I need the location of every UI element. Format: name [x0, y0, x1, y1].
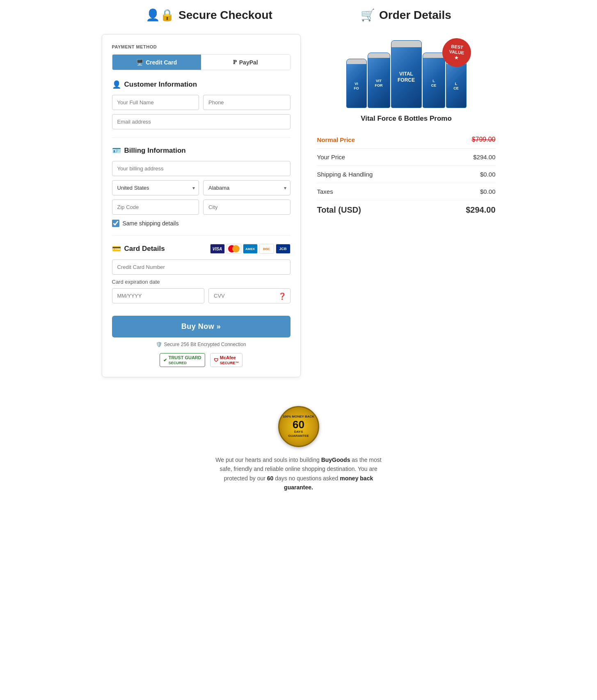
footer-text: We put our hearts and souls into buildin…	[213, 455, 385, 492]
cvv-help-icon[interactable]: ❓	[278, 292, 286, 300]
shipping-row: Shipping & Handling $0.00	[317, 166, 496, 183]
your-price-row: Your Price $294.00	[317, 149, 496, 166]
cvv-wrapper: ❓	[208, 288, 290, 303]
badge-days-label: DAYS	[294, 430, 303, 434]
normal-price-row: Normal Price $799.00	[317, 131, 496, 149]
credit-card-icon: 🖥️	[136, 59, 143, 66]
card-section-heading: 💳 Card Details	[112, 244, 165, 253]
badge-bottom-text: GUARANTEE	[288, 434, 309, 438]
mcafee-icon: 🛡	[214, 358, 218, 363]
right-header: 🛒 Order Details	[361, 8, 451, 22]
taxes-label: Taxes	[317, 188, 333, 195]
lock-icon: 👤🔒	[146, 8, 174, 22]
secured-badge-label: TRUST GUARDSECURED	[169, 355, 201, 365]
shield-check-icon: ✔	[163, 358, 167, 363]
country-select[interactable]: United States Canada United Kingdom Aust…	[112, 180, 199, 195]
bottle-3-main: VITALFORCE	[391, 40, 422, 108]
zip-input[interactable]	[112, 200, 199, 215]
email-row	[112, 114, 290, 129]
footer-text-1: We put our hearts and souls into buildin…	[215, 457, 321, 463]
shield-icon: 🛡️	[156, 342, 162, 347]
same-shipping-checkbox[interactable]	[112, 220, 119, 227]
badge-outer: 100% MONEY BACK 60 DAYS GUARANTEE	[278, 406, 319, 447]
price-table: Normal Price $799.00 Your Price $294.00 …	[317, 131, 496, 220]
bottle-2: VITFOR	[368, 53, 390, 108]
bottle-1: VIFO	[346, 59, 367, 108]
your-price-value: $294.00	[473, 154, 495, 161]
order-details-title: Order Details	[379, 9, 451, 22]
taxes-value: $0.00	[480, 188, 496, 195]
billing-section-label: Billing Information	[124, 147, 186, 155]
mcafee-badge-label: McAfeeSECURE™	[220, 355, 239, 365]
footer-days-ref: 60	[267, 475, 274, 482]
same-shipping-label: Same shipping details	[123, 220, 179, 227]
country-state-row: United States Canada United Kingdom Aust…	[112, 180, 290, 195]
order-panel: VIFO VITFOR VITALFORCE LCE	[317, 34, 496, 220]
total-label: Total (USD)	[317, 205, 361, 215]
bottle-4: LCE	[423, 53, 445, 108]
payment-method-label: PAYMENT METHOD	[112, 44, 290, 49]
mcafee-badge: 🛡 McAfeeSECURE™	[210, 353, 243, 367]
phone-input[interactable]	[203, 95, 290, 110]
paypal-tab-label: PayPal	[239, 59, 258, 66]
card-section-label: Card Details	[124, 245, 165, 253]
footer-brand: BuyGoods	[321, 457, 350, 463]
footer-section: 100% MONEY BACK 60 DAYS GUARANTEE We put…	[102, 398, 496, 500]
badge-days: 60	[293, 419, 304, 430]
mastercard-icon	[226, 244, 241, 254]
name-phone-row	[112, 95, 290, 110]
zip-city-row	[112, 200, 290, 215]
secure-checkout-title: Secure Checkout	[178, 9, 272, 22]
normal-price-label: Normal Price	[317, 136, 355, 143]
credit-card-tab-label: Credit Card	[146, 59, 177, 66]
card-number-input[interactable]	[112, 259, 290, 275]
billing-section-heading: 🪪 Billing Information	[112, 146, 290, 155]
cart-icon: 🛒	[361, 8, 375, 22]
card-details-header: 💳 Card Details VISA AMEX DISC JCB	[112, 244, 290, 254]
expiry-label: Card expiration date	[112, 279, 290, 285]
visa-icon: VISA	[210, 244, 225, 254]
discover-icon: DISC	[259, 244, 274, 254]
credit-card-tab[interactable]: 🖥️ Credit Card	[112, 55, 201, 70]
billing-address-input[interactable]	[112, 161, 290, 176]
billing-icon: 🪪	[112, 146, 121, 155]
state-select[interactable]: Alabama Alaska Arizona California Florid…	[203, 180, 290, 195]
customer-icon: 👤	[112, 80, 121, 89]
customer-section-heading: 👤 Customer Information	[112, 80, 290, 89]
full-name-input[interactable]	[112, 95, 199, 110]
normal-price-value: $799.00	[472, 136, 496, 143]
left-header: 👤🔒 Secure Checkout	[146, 8, 272, 22]
secure-note-text: Secure 256 Bit Encrypted Connection	[164, 342, 246, 347]
total-value: $294.00	[466, 205, 495, 215]
jcb-icon: JCB	[276, 244, 290, 254]
buy-now-button[interactable]: Buy Now »	[112, 316, 290, 337]
card-number-row	[112, 259, 290, 275]
secure-note: 🛡️ Secure 256 Bit Encrypted Connection	[112, 342, 290, 347]
card-icon: 💳	[112, 244, 121, 253]
billing-address-row	[112, 161, 290, 176]
secured-badge: ✔ TRUST GUARDSECURED	[160, 353, 205, 367]
country-select-wrapper: United States Canada United Kingdom Aust…	[112, 180, 199, 195]
paypal-icon: 𝐏	[233, 59, 237, 66]
shipping-value: $0.00	[480, 171, 496, 178]
email-input[interactable]	[112, 114, 290, 129]
amex-icon: AMEX	[243, 244, 258, 254]
payment-tabs: 🖥️ Credit Card 𝐏 PayPal	[112, 54, 290, 70]
payment-panel: PAYMENT METHOD 🖥️ Credit Card 𝐏 PayPal 👤…	[102, 34, 301, 377]
city-input[interactable]	[203, 200, 290, 215]
total-row: Total (USD) $294.00	[317, 200, 496, 220]
product-name: Vital Force 6 Bottles Promo	[317, 115, 496, 123]
best-value-text: BESTVALUE★	[448, 44, 465, 62]
product-image-area: VIFO VITFOR VITALFORCE LCE	[317, 34, 496, 108]
state-select-wrapper: Alabama Alaska Arizona California Florid…	[203, 180, 290, 195]
expiry-cvv-row: ❓	[112, 288, 290, 303]
same-shipping-row: Same shipping details	[112, 220, 290, 227]
footer-text-3: days no questions asked	[273, 475, 340, 482]
customer-section-label: Customer Information	[124, 80, 197, 89]
taxes-row: Taxes $0.00	[317, 183, 496, 200]
money-back-badge: 100% MONEY BACK 60 DAYS GUARANTEE	[278, 406, 319, 447]
paypal-tab[interactable]: 𝐏 PayPal	[201, 55, 290, 70]
card-icons-row: VISA AMEX DISC JCB	[210, 244, 290, 254]
trust-badges: ✔ TRUST GUARDSECURED 🛡 McAfeeSECURE™	[112, 353, 290, 367]
expiry-input[interactable]	[112, 288, 205, 303]
